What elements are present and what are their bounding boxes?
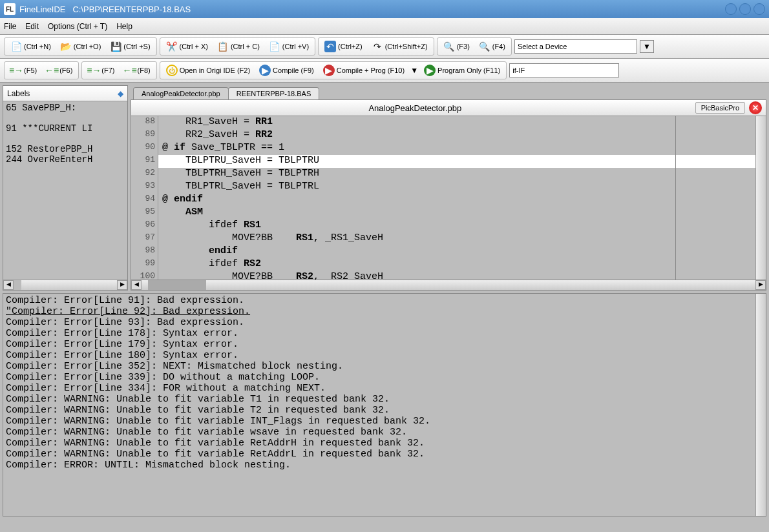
maximize-button[interactable] xyxy=(739,3,751,15)
sidebar-label-entry[interactable]: 244 OverReEnterH xyxy=(6,154,125,165)
console-line[interactable]: Compiler: WARNING: Unable to fit variabl… xyxy=(6,405,763,416)
editor-close-button[interactable]: ✕ xyxy=(749,101,762,114)
editor-hscroll[interactable]: ◀ ▶ xyxy=(131,280,766,291)
sidebar-label-entry[interactable]: 152 RestorePBP_H xyxy=(6,144,125,154)
tab-bar: AnalogPeakDetector.pbpREENTERPBP-18.BAS xyxy=(131,85,766,99)
code-line[interactable]: ASM xyxy=(158,207,755,220)
console-line[interactable]: Compiler: WARNING: Unable to fit variabl… xyxy=(6,449,763,460)
editor-tab[interactable]: REENTERPBP-18.BAS xyxy=(228,87,320,99)
sidebar-hscroll[interactable]: ◀ ▶ xyxy=(3,280,127,290)
console-line[interactable]: Compiler: Error[Line 180]: Syntax error. xyxy=(6,350,763,361)
copy-button[interactable]: 📋(Ctrl + C) xyxy=(214,39,263,54)
code-line[interactable]: RR2_SaveH = RR2 xyxy=(158,129,755,142)
find-next-button[interactable]: 🔍(F4) xyxy=(476,39,509,54)
redo-button[interactable]: ↷(Ctrl+Shift+Z) xyxy=(368,39,431,54)
compile-prog-button[interactable]: ▶Compile + Prog (F10) xyxy=(320,63,408,77)
console-vscroll[interactable] xyxy=(755,294,766,516)
f7-button[interactable]: ≡→(F7) xyxy=(85,63,118,77)
console-line[interactable]: Compiler: WARNING: Unable to fit variabl… xyxy=(6,438,763,449)
code-line[interactable]: @ endif xyxy=(158,194,755,207)
console-line[interactable]: Compiler: Error[Line 339]: DO without a … xyxy=(6,372,763,383)
play-red-icon: ▶ xyxy=(323,65,335,76)
sidebar-dropdown-icon[interactable]: ◆ xyxy=(118,89,123,98)
play-green-icon: ▶ xyxy=(424,65,436,76)
sidebar-label-entry[interactable] xyxy=(6,134,125,144)
console-line[interactable]: Compiler: Error[Line 178]: Syntax error. xyxy=(6,328,763,339)
menu-edit[interactable]: Edit xyxy=(25,22,39,31)
scroll-thumb[interactable] xyxy=(148,280,206,290)
menu-options[interactable]: Options (Ctrl + T) xyxy=(48,22,107,31)
sidebar-title: Labels xyxy=(7,89,30,98)
program-only-button[interactable]: ▶Program Only (F11) xyxy=(421,63,503,77)
f8-button[interactable]: ←≡(F8) xyxy=(121,63,154,77)
sidebar-label-entry[interactable] xyxy=(6,113,125,123)
console-line[interactable]: Compiler: Error[Line 179]: Syntax error. xyxy=(6,339,763,350)
console-line[interactable]: Compiler: Error[Line 352]: NEXT: Mismatc… xyxy=(6,361,763,372)
output-console[interactable]: Compiler: Error[Line 91]: Bad expression… xyxy=(3,293,766,517)
indent-icon: ≡→ xyxy=(10,65,22,76)
code-line[interactable]: TBLPTRU_SaveH = TBLPTRU xyxy=(158,155,755,168)
undo-button[interactable]: ↶(Ctrl+Z) xyxy=(321,39,366,54)
language-badge[interactable]: PicBasicPro xyxy=(695,102,745,114)
titlebar[interactable]: FL FineLineIDE C:\PBP\REENTERPBP-18.BAS xyxy=(0,0,769,18)
device-dropdown-icon[interactable]: ▼ xyxy=(640,40,654,53)
sidebar-label-entry[interactable]: 91 ***CURRENT LI xyxy=(6,123,125,134)
if-input[interactable] xyxy=(509,63,619,77)
menu-file[interactable]: File xyxy=(4,22,16,31)
code-line[interactable]: RR1_SaveH = RR1 xyxy=(158,116,755,129)
save-file-button[interactable]: 💾(Ctrl +S) xyxy=(107,39,153,54)
line-number: 90 xyxy=(131,142,155,155)
sidebar-label-entry[interactable]: 65 SavePBP_H: xyxy=(6,103,125,113)
line-number: 98 xyxy=(131,245,155,258)
line-number: 93 xyxy=(131,181,155,194)
scroll-left-icon[interactable]: ◀ xyxy=(3,280,14,290)
code-line[interactable]: ifdef RS1 xyxy=(158,220,755,232)
code-line[interactable]: @ if Save_TBLPTR == 1 xyxy=(158,142,755,155)
editor-tab[interactable]: AnalogPeakDetector.pbp xyxy=(133,87,229,99)
device-select[interactable] xyxy=(514,39,637,54)
dropdown-icon[interactable]: ▼ xyxy=(410,66,418,75)
code-line[interactable]: MOVE?BB RS1, _RS1_SaveH xyxy=(158,232,755,245)
menubar: File Edit Options (Ctrl + T) Help xyxy=(0,18,769,35)
cut-button[interactable]: ✂️(Ctrl + X) xyxy=(163,39,211,54)
indent-right-f6-button[interactable]: ←≡(F6) xyxy=(43,63,76,77)
search-icon: 🔍 xyxy=(443,41,455,52)
editor-area: AnalogPeakDetector.pbpREENTERPBP-18.BAS … xyxy=(131,85,766,291)
scroll-right-icon[interactable]: ▶ xyxy=(755,280,766,290)
console-line[interactable]: Compiler: Error[Line 91]: Bad expression… xyxy=(6,295,763,306)
code-line[interactable]: TBLPTRL_SaveH = TBLPTRL xyxy=(158,181,755,194)
editor-vscroll[interactable] xyxy=(755,116,766,280)
code-line[interactable]: TBLPTRH_SaveH = TBLPTRH xyxy=(158,168,755,181)
console-line[interactable]: Compiler: WARNING: Unable to fit variabl… xyxy=(6,394,763,405)
code-line[interactable]: ifdef RS2 xyxy=(158,258,755,271)
code-line[interactable]: endif xyxy=(158,245,755,258)
code-line[interactable]: MOVE?BB RS2, RS2 SaveH xyxy=(158,271,755,280)
find-button[interactable]: 🔍(F3) xyxy=(440,39,473,54)
scroll-right-icon[interactable]: ▶ xyxy=(117,280,127,290)
code-area[interactable]: RR1_SaveH = RR1 RR2_SaveH = RR2@ if Save… xyxy=(158,116,755,280)
console-line[interactable]: Compiler: WARNING: Unable to fit variabl… xyxy=(6,427,763,438)
console-line[interactable]: Compiler: Error[Line 334]: FOR without a… xyxy=(6,383,763,394)
minimize-button[interactable] xyxy=(725,3,737,15)
line-number: 89 xyxy=(131,129,155,142)
indent-left-f5-button[interactable]: ≡→(F5) xyxy=(7,63,40,77)
power-icon: ⏻ xyxy=(166,65,178,76)
compile-button[interactable]: ▶Compile (F9) xyxy=(256,63,317,77)
paste-button[interactable]: 📄(Ctrl +V) xyxy=(266,39,312,54)
paste-icon: 📄 xyxy=(269,41,280,52)
new-file-button[interactable]: 📄(Ctrl +N) xyxy=(7,39,54,54)
open-orig-ide-button[interactable]: ⏻Open in Origi IDE (F2) xyxy=(163,63,253,77)
scroll-thumb[interactable] xyxy=(14,280,21,290)
line-number: 99 xyxy=(131,258,155,271)
console-line[interactable]: Compiler: ERROR: UNTIL: Mismatched block… xyxy=(6,460,763,471)
line-number: 100 xyxy=(131,271,155,280)
line-gutter: 888990919293949596979899100 xyxy=(131,116,158,280)
console-line[interactable]: Compiler: Error[Line 93]: Bad expression… xyxy=(6,317,763,328)
menu-help[interactable]: Help xyxy=(116,22,132,31)
console-line[interactable]: Compiler: WARNING: Unable to fit variabl… xyxy=(6,416,763,427)
open-file-button[interactable]: 📂(Ctrl +O) xyxy=(57,39,104,54)
scroll-left-icon[interactable]: ◀ xyxy=(131,280,142,290)
console-line[interactable]: "Compiler: Error[Line 92]: Bad expressio… xyxy=(6,306,763,317)
sidebar-header[interactable]: Labels ◆ xyxy=(3,86,127,101)
close-window-button[interactable] xyxy=(753,3,765,15)
